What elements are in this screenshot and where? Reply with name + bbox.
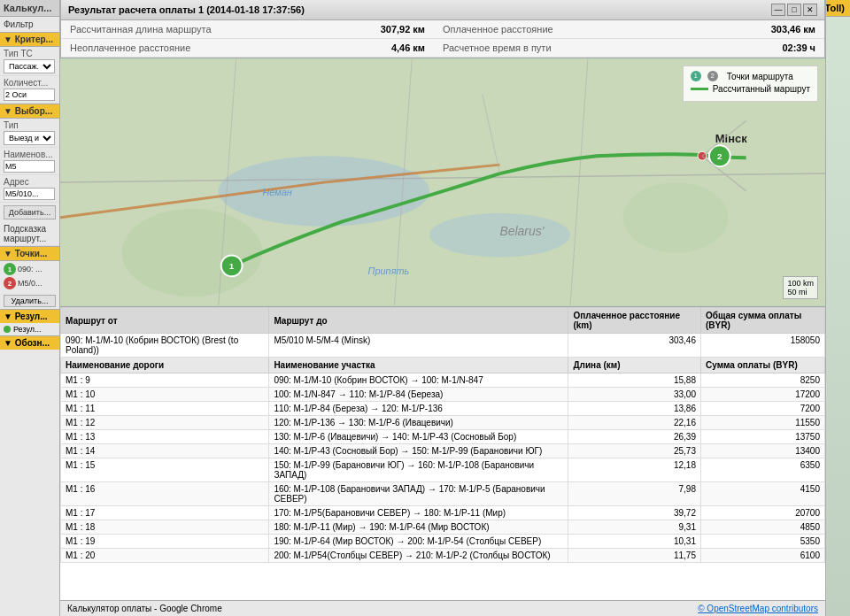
pay-cell: 6100 — [701, 549, 825, 563]
dialog-title: Результат расчета оплаты 1 (2014-01-18 1… — [68, 4, 305, 15]
close-button[interactable]: ✕ — [803, 4, 817, 16]
name-item: Наименов... — [0, 148, 59, 175]
sub-col-section: Наименование участка — [269, 358, 568, 373]
travel-time-label: Расчетное время в пути — [443, 42, 552, 53]
maximize-button[interactable]: □ — [787, 4, 801, 16]
section-cell: 200: М-1/Р54(Столбцы СЕВЕР) → 210: М-1/Р… — [269, 549, 568, 563]
length-cell: 22,16 — [568, 416, 701, 430]
svg-text:Неман: Неман — [262, 187, 291, 197]
table-row: М1 : 19 190: М-1/Р-64 (Мир ВОСТОК) → 200… — [61, 535, 825, 549]
paid-distance-label: Оплаченное расстояние — [443, 24, 553, 35]
info-row-2: Неоплаченное расстояние 4,46 км Расчетно… — [61, 39, 824, 58]
table-container[interactable]: Маршрут от Маршрут до Оплаченное расстоя… — [60, 306, 825, 600]
table-row: М1 : 12 120: М-1/Р-136 → 130: М-1/Р-6 (И… — [61, 416, 825, 430]
point-1-text: 090: ... — [18, 265, 42, 273]
info-row-1: Рассчитанная длина маршрута 307,92 км Оп… — [61, 20, 824, 39]
sub-col-length: Длина (км) — [568, 358, 701, 373]
pay-cell: 4850 — [701, 520, 825, 535]
road-cell: М1 : 15 — [61, 458, 269, 482]
add-button[interactable]: Добавить... — [4, 205, 56, 219]
section-cell: 100: М-1/N-847 → 110: М-1/Р-84 (Береза) — [269, 388, 568, 402]
section-cell: 180: М-1/Р-11 (Мир) → 190: М-1/Р-64 (Мир… — [269, 520, 568, 535]
table-row: М1 : 17 170: М-1/Р5(Барановичи СЕВЕР) → … — [61, 506, 825, 520]
type-select[interactable]: Выезд и... — [4, 131, 55, 145]
main-total-pay: 158050 — [701, 334, 825, 358]
travel-time-value: 02:39 ч — [782, 42, 815, 53]
table-row: М1 : 13 130: М-1/Р-6 (Ивацевичи) → 140: … — [61, 430, 825, 444]
pay-cell: 17200 — [701, 388, 825, 402]
result-text: Резул... — [13, 325, 42, 334]
minimize-button[interactable]: — — [771, 4, 785, 16]
paid-distance-value: 303,46 км — [771, 24, 815, 35]
criteria-section[interactable]: ▼ Критер... — [0, 32, 59, 47]
sub-col-pay: Сумма оплаты (BYR) — [701, 358, 825, 373]
scale-mi: 50 mi — [787, 288, 814, 296]
road-cell: М1 : 19 — [61, 535, 269, 549]
col-from: Маршрут от — [61, 308, 269, 334]
result-dot — [4, 326, 11, 333]
table-row: М1 : 16 160: М-1/Р-108 (Барановичи ЗАПАД… — [61, 482, 825, 506]
toll-logo: Toll) — [825, 0, 850, 17]
legend-line — [691, 88, 708, 90]
points-section[interactable]: ▼ Точки... — [0, 246, 59, 261]
main-from: 090: М-1/М-10 (Кобрин ВОСТОК) (Brest (to… — [61, 334, 269, 358]
point-1: 1 090: ... — [4, 263, 56, 275]
table-row: М1 : 11 110: М-1/Р-84 (Береза) → 120: М-… — [61, 402, 825, 416]
axle-count-item: Количест... — [0, 76, 59, 104]
pay-cell: 8250 — [701, 373, 825, 388]
axle-count-label: Количест... — [4, 78, 56, 88]
address-input[interactable] — [4, 188, 55, 200]
point-2-num: 2 — [4, 277, 16, 289]
vehicle-type-item: Тип ТС Пассаж... — [0, 47, 59, 76]
map-container[interactable]: 1 2 Мінск Belarus' Неман Припять — [60, 58, 825, 306]
unpaid-label: Неоплаченное расстояние — [70, 42, 190, 53]
sub-header-row: Наименование дороги Наименование участка… — [61, 358, 825, 373]
table-row: М1 : 18 180: М-1/Р-11 (Мир) → 190: М-1/Р… — [61, 520, 825, 535]
svg-text:Мінск: Мінск — [715, 132, 747, 145]
section-cell: 160: М-1/Р-108 (Барановичи ЗАПАД) → 170:… — [269, 482, 568, 506]
length-cell: 15,88 — [568, 373, 701, 388]
pay-cell: 6350 — [701, 458, 825, 482]
axle-input[interactable] — [4, 89, 55, 101]
road-cell: М1 : 11 — [61, 402, 269, 416]
length-cell: 10,31 — [568, 535, 701, 549]
main-to: M5/010 M-5/M-4 (Minsk) — [269, 334, 568, 358]
legend-route: Рассчитанный маршрут — [691, 84, 810, 94]
unpaid-value: 4,46 км — [391, 42, 425, 53]
selection-section[interactable]: ▼ Выбор... — [0, 104, 59, 119]
table-row: М1 : 14 140: М-1/Р-43 (Сосновый Бор) → 1… — [61, 444, 825, 458]
map-legend: 1 2 Точки маршрута Рассчитанный маршрут — [683, 65, 818, 102]
length-cell: 25,73 — [568, 444, 701, 458]
vehicle-type-label: Тип ТС — [4, 49, 56, 58]
pay-cell: 13750 — [701, 430, 825, 444]
section-cell: 190: М-1/Р-64 (Мир ВОСТОК) → 200: М-1/Р-… — [269, 535, 568, 549]
section-cell: 150: М-1/Р-99 (Барановичи ЮГ) → 160: М-1… — [269, 458, 568, 482]
scale-km: 100 km — [787, 279, 814, 288]
main-route-row: 090: М-1/М-10 (Кобрин ВОСТОК) (Brest (to… — [61, 334, 825, 358]
obozn-section[interactable]: ▼ Обозн... — [0, 335, 59, 350]
delete-button[interactable]: Удалить... — [4, 295, 56, 307]
main-content: Результат расчета оплаты 1 (2014-01-18 1… — [60, 0, 825, 616]
length-cell: 33,00 — [568, 388, 701, 402]
section-cell: 110: М-1/Р-84 (Береза) → 120: М-1/Р-136 — [269, 402, 568, 416]
name-input[interactable] — [4, 160, 55, 173]
name-label: Наименов... — [4, 150, 56, 159]
table-row: М1 : 15 150: М-1/Р-99 (Барановичи ЮГ) → … — [61, 458, 825, 482]
sidebar: Калькул... Фильтр ▼ Критер... Тип ТС Пас… — [0, 0, 60, 616]
svg-text:2: 2 — [717, 151, 722, 161]
footer-link[interactable]: © OpenStreetMap contributors — [698, 604, 818, 613]
map-scale: 100 km 50 mi — [783, 276, 818, 299]
section-cell: 130: М-1/Р-6 (Ивацевичи) → 140: М-1/Р-43… — [269, 430, 568, 444]
point-2: 2 M5/0... — [4, 277, 56, 289]
svg-point-5 — [623, 182, 729, 252]
vehicle-type-select[interactable]: Пассаж... — [4, 59, 55, 73]
address-item: Адрес — [0, 175, 59, 203]
svg-text:Belarus': Belarus' — [500, 224, 545, 238]
legend-points-label: Точки маршрута — [727, 72, 793, 81]
result-item: Резул... — [0, 323, 59, 335]
result-section-header[interactable]: ▼ Резул... — [0, 309, 59, 323]
length-cell: 11,75 — [568, 549, 701, 563]
sidebar-title: Калькул... — [0, 0, 59, 17]
address-label: Адрес — [4, 177, 56, 187]
road-cell: М1 : 20 — [61, 549, 269, 563]
